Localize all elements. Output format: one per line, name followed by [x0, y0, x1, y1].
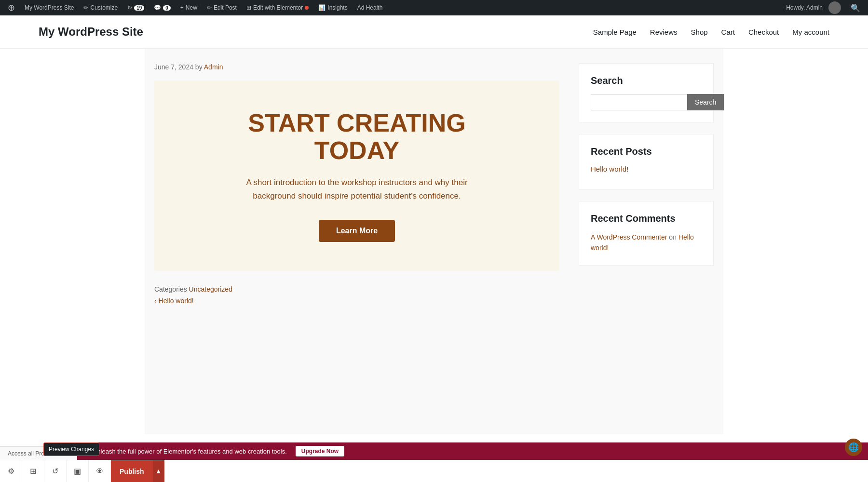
publish-chevron-button[interactable]: ▲ [153, 460, 164, 482]
elementor-notification-bar: ℹ Unleash the full power of Elementor's … [77, 442, 868, 460]
comments-text: A WordPress Commenter on Hello world! [591, 232, 702, 254]
upgrade-now-button[interactable]: Upgrade Now [296, 446, 344, 456]
insights-label: Insights [327, 4, 347, 11]
bottom-toolbar: ⚙ ⊞ ↺ ▣ 👁 Publish ▲ [0, 460, 868, 482]
hero-banner: START CREATING TODAY A short introductio… [154, 80, 559, 271]
prev-post-link[interactable]: Hello world! [154, 297, 559, 305]
nav-cart[interactable]: Cart [721, 28, 735, 36]
list-item: Hello world! [591, 165, 702, 174]
wp-logo-icon: ⊕ [8, 2, 15, 13]
elementor-icon: ⊞ [246, 4, 251, 11]
customize-label: Customize [90, 4, 118, 11]
comments-item[interactable]: 💬 0 [150, 0, 175, 15]
learn-more-button[interactable]: Learn More [319, 220, 395, 242]
admin-avatar [828, 1, 841, 14]
edit-elementor-label: Edit with Elementor [253, 4, 303, 11]
hero-title-line2: TODAY [314, 136, 399, 164]
comments-icon: 💬 [154, 4, 161, 11]
post-date: June 7, 2024 [154, 63, 193, 71]
notif-message: Unleash the full power of Elementor's fe… [93, 448, 287, 455]
customize-icon: ✏ [83, 4, 88, 11]
post-categories: Categories Uncategorized [154, 285, 559, 293]
comments-badge: 0 [163, 5, 171, 11]
site-header: My WordPress Site Sample Page Reviews Sh… [0, 15, 868, 49]
main-content: June 7, 2024 by Admin START CREATING TOD… [145, 49, 723, 434]
plus-icon: + [180, 4, 184, 11]
post-by: by [195, 63, 204, 71]
preview-tooltip: Preview Changes [43, 442, 99, 456]
hero-title-line1: START CREATING [248, 109, 466, 137]
updates-icon: ↻ [127, 4, 132, 11]
history-icon-btn[interactable]: ↺ [44, 460, 67, 482]
post-area: June 7, 2024 by Admin START CREATING TOD… [154, 63, 559, 420]
layers-icon-btn[interactable]: ⊞ [22, 460, 44, 482]
customize-item[interactable]: ✏ Customize [80, 0, 122, 15]
edit-post-item[interactable]: ✏ Edit Post [203, 0, 241, 15]
search-widget: Search Search [579, 63, 714, 122]
responsive-icon-btn[interactable]: ▣ [67, 460, 89, 482]
preview-icon-btn[interactable]: 👁 [89, 460, 111, 482]
recent-post-link[interactable]: Hello world! [591, 165, 628, 173]
comment-on: on [669, 233, 678, 241]
search-button[interactable]: Search [687, 94, 724, 110]
site-title[interactable]: My WordPress Site [39, 25, 143, 39]
search-form: Search [591, 94, 702, 110]
access-pro-text: Access all Pro [8, 450, 44, 457]
recent-comments-title: Recent Comments [591, 213, 702, 224]
commenter-link[interactable]: A WordPress Commenter [591, 233, 667, 241]
hero-subtitle: A short introduction to the workshop ins… [231, 176, 482, 202]
howdy-text: Howdy, Admin [786, 4, 823, 11]
toolbar-icons: ⚙ ⊞ ↺ ▣ 👁 Publish ▲ [0, 460, 164, 482]
admin-search-icon[interactable]: 🔍 [847, 3, 864, 13]
sidebar: Search Search Recent Posts Hello world! … [579, 63, 714, 420]
admin-bar: ⊕ My WordPress Site ✏ Customize ↻ 19 💬 0… [0, 0, 868, 15]
publish-button[interactable]: Publish [111, 460, 153, 482]
post-meta: June 7, 2024 by Admin [154, 63, 559, 71]
recent-posts-list: Hello world! [591, 165, 702, 174]
new-item[interactable]: + New [176, 0, 201, 15]
site-wrapper: My WordPress Site Sample Page Reviews Sh… [0, 15, 868, 482]
main-nav: Sample Page Reviews Shop Cart Checkout M… [593, 28, 829, 36]
recent-posts-title: Recent Posts [591, 146, 702, 157]
post-author[interactable]: Admin [204, 63, 223, 71]
recent-comments-widget: Recent Comments A WordPress Commenter on… [579, 201, 714, 266]
new-label: New [186, 4, 197, 11]
site-name-label: My WordPress Site [25, 4, 74, 11]
edit-elementor-item[interactable]: ⊞ Edit with Elementor [243, 0, 312, 15]
elementor-dot [305, 6, 309, 10]
updates-badge: 19 [134, 5, 144, 11]
post-footer: Categories Uncategorized Hello world! [154, 285, 559, 305]
categories-label: Categories [154, 285, 189, 293]
hero-title: START CREATING TODAY [174, 109, 540, 164]
ad-health-label: Ad Health [357, 4, 383, 11]
insights-item[interactable]: 📊 Insights [314, 0, 351, 15]
edit-post-icon: ✏ [207, 4, 212, 11]
nav-checkout[interactable]: Checkout [748, 28, 779, 36]
nav-reviews[interactable]: Reviews [650, 28, 678, 36]
nav-my-account[interactable]: My account [792, 28, 829, 36]
post-navigation: Hello world! [154, 297, 559, 305]
ad-health-item[interactable]: Ad Health [353, 0, 387, 15]
wp-logo-item[interactable]: ⊕ [4, 0, 19, 15]
updates-item[interactable]: ↻ 19 [123, 0, 148, 15]
nav-sample-page[interactable]: Sample Page [593, 28, 637, 36]
globe-icon-btn[interactable]: 🌐 [845, 439, 862, 456]
nav-shop[interactable]: Shop [691, 28, 708, 36]
site-name-item[interactable]: My WordPress Site [21, 0, 78, 15]
recent-posts-widget: Recent Posts Hello world! [579, 134, 714, 189]
search-input[interactable] [591, 94, 687, 110]
insights-icon: 📊 [318, 4, 326, 11]
category-link[interactable]: Uncategorized [189, 285, 232, 293]
search-widget-title: Search [591, 75, 702, 86]
edit-post-label: Edit Post [214, 4, 237, 11]
settings-icon-btn[interactable]: ⚙ [0, 460, 22, 482]
